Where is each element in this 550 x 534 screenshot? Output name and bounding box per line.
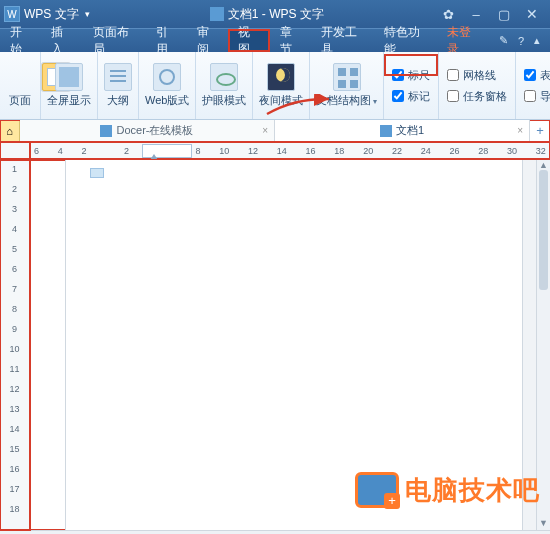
fullscreen-icon xyxy=(55,63,83,91)
view-eye-mode-button[interactable]: 护眼模式 xyxy=(196,52,253,119)
menu-start[interactable]: 开始 xyxy=(0,29,41,52)
navpane-checkbox[interactable] xyxy=(524,90,536,102)
tabs-home-icon[interactable]: ⌂ xyxy=(0,120,20,141)
view-night-mode-button[interactable]: 夜间模式 xyxy=(253,52,310,119)
document-title: 文档1 - WPS 文字 xyxy=(228,6,324,23)
tableframe-checkbox[interactable] xyxy=(524,69,536,81)
check-col-2: 网格线 任务窗格 xyxy=(439,52,516,119)
web-icon xyxy=(153,63,181,91)
tab-document-1[interactable]: 文档1 × xyxy=(275,120,530,141)
check-task-pane[interactable]: 任务窗格 xyxy=(447,89,507,104)
menu-insert[interactable]: 插入 xyxy=(41,29,82,52)
moon-icon xyxy=(267,63,295,91)
tab-close-icon[interactable]: × xyxy=(262,125,268,136)
view-web-button[interactable]: Web版式 xyxy=(139,52,196,119)
taskpane-checkbox[interactable] xyxy=(447,90,459,102)
horizontal-ruler[interactable]: 6 4 2 2 4 6 8 10 12 14 16 18 20 22 24 26… xyxy=(30,142,550,159)
ruler-indent-marker[interactable] xyxy=(150,154,158,159)
tab-add-button[interactable]: + xyxy=(530,120,550,141)
page-header-marker xyxy=(90,168,104,178)
tab-close-icon[interactable]: × xyxy=(517,125,523,136)
editor-area: 1 2 3 4 5 6 7 8 9 10 11 12 13 14 15 16 1… xyxy=(0,160,550,530)
doc-structure-button[interactable]: 文档结构图▾ xyxy=(310,52,384,119)
menu-not-logged-in[interactable]: 未登录 xyxy=(437,29,489,52)
help-icon[interactable]: ? xyxy=(518,35,524,47)
feedback-icon[interactable]: ✿ xyxy=(434,4,462,24)
eye-icon xyxy=(210,63,238,91)
scroll-down-icon[interactable]: ▼ xyxy=(537,518,550,530)
menu-view[interactable]: 视图 xyxy=(228,29,269,52)
tab-doc-icon xyxy=(380,125,392,137)
horizontal-scrollbar[interactable]: ◀ ▶ xyxy=(0,530,550,534)
tab-docer-template[interactable]: Docer-在线模板 × xyxy=(20,120,275,141)
menu-dev-tools[interactable]: 开发工具 xyxy=(311,29,374,52)
menu-page-layout[interactable]: 页面布局 xyxy=(83,29,146,52)
minimize-button[interactable]: – xyxy=(462,4,490,24)
ruler-checkbox[interactable] xyxy=(392,69,404,81)
marks-checkbox[interactable] xyxy=(392,90,404,102)
page-canvas[interactable] xyxy=(66,160,522,530)
tab-doc-icon xyxy=(100,125,112,137)
ruler-corner[interactable] xyxy=(0,142,30,159)
document-icon xyxy=(210,7,224,21)
check-marks[interactable]: 标记 xyxy=(392,89,430,104)
outline-icon xyxy=(104,63,132,91)
check-gridlines[interactable]: 网格线 xyxy=(447,68,507,83)
view-page-button[interactable]: 页面 xyxy=(0,52,41,119)
chevron-down-icon: ▾ xyxy=(373,97,377,106)
check-nav-pane[interactable]: 导航窗格 xyxy=(524,89,550,104)
skin-icon[interactable]: ✎ xyxy=(499,34,508,47)
close-button[interactable]: ✕ xyxy=(518,4,546,24)
structure-icon xyxy=(333,63,361,91)
document-tabs: ⌂ Docer-在线模板 × 文档1 × + xyxy=(0,120,550,142)
check-table-frame[interactable]: 表格虚框 xyxy=(524,68,550,83)
menu-tail-icons: ✎ ? ▴ xyxy=(489,29,550,52)
check-ruler[interactable]: 标尺 xyxy=(392,68,430,83)
check-col-1: 标尺 标记 xyxy=(384,52,439,119)
left-margin-gap xyxy=(30,160,66,530)
menu-review[interactable]: 审阅 xyxy=(187,29,228,52)
vertical-ruler[interactable]: 1 2 3 4 5 6 7 8 9 10 11 12 13 14 15 16 1… xyxy=(0,160,30,530)
menu-bar: 开始 插入 页面布局 引用 审阅 视图 章节 开发工具 特色功能 未登录 ✎ ?… xyxy=(0,28,550,52)
ribbon: 页面 全屏显示 大纲 Web版式 护眼模式 夜间模式 文档结构图▾ 标尺 标记 … xyxy=(0,52,550,120)
gridlines-checkbox[interactable] xyxy=(447,69,459,81)
vertical-scrollbar[interactable]: ▲ ▼ xyxy=(536,160,550,530)
scroll-thumb[interactable] xyxy=(539,170,548,290)
check-col-3: 表格虚框 导航窗格 xyxy=(516,52,550,119)
app-name: WPS 文字 xyxy=(24,6,79,23)
view-outline-button[interactable]: 大纲 xyxy=(98,52,139,119)
menu-special[interactable]: 特色功能 xyxy=(374,29,437,52)
app-menu-dropdown-icon[interactable]: ▾ xyxy=(85,9,90,19)
menu-references[interactable]: 引用 xyxy=(146,29,187,52)
maximize-button[interactable]: ▢ xyxy=(490,4,518,24)
document-view[interactable] xyxy=(30,160,536,530)
app-icon: W xyxy=(4,6,20,22)
ruler-row: 6 4 2 2 4 6 8 10 12 14 16 18 20 22 24 26… xyxy=(0,142,550,160)
ribbon-collapse-icon[interactable]: ▴ xyxy=(534,34,540,47)
menu-chapter[interactable]: 章节 xyxy=(270,29,311,52)
